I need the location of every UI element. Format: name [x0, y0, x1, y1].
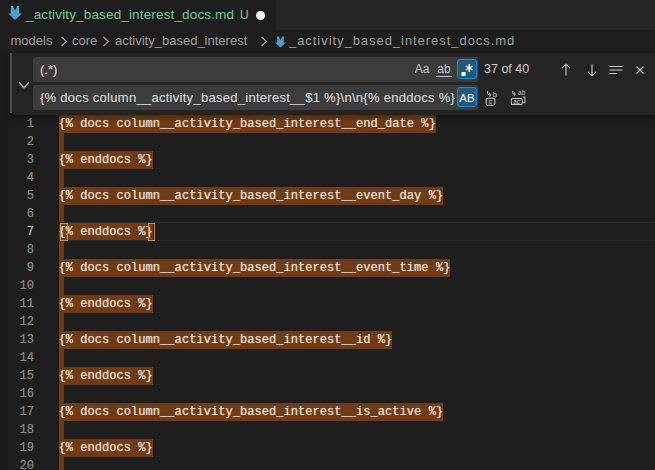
svg-text:c: c [488, 97, 492, 106]
svg-text:b: b [493, 90, 497, 99]
svg-text:ac: ac [513, 98, 521, 105]
svg-text:ab: ab [518, 90, 526, 96]
